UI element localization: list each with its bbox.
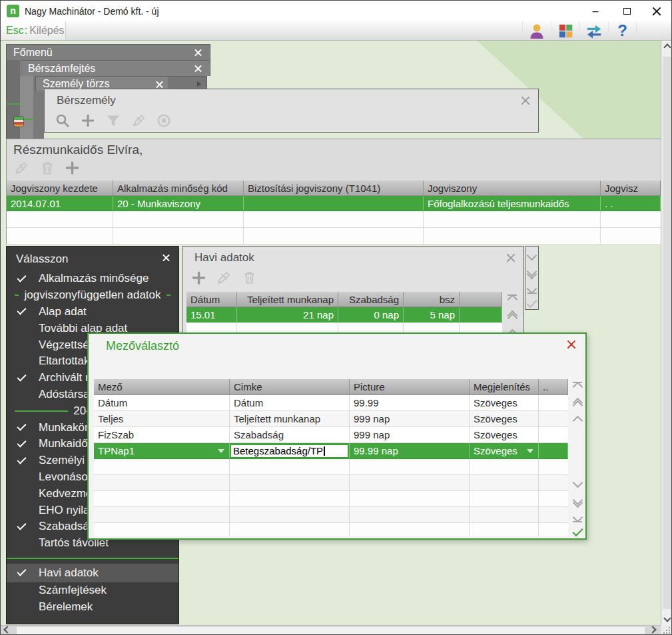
column-header[interactable]: Jogvisz (601, 181, 661, 195)
exit-button[interactable]: Esc:Kilépés (1, 21, 66, 40)
table-cell[interactable]: Szöveges (470, 427, 539, 442)
table-cell[interactable]: 99.99 (350, 395, 470, 410)
valasszon-item[interactable]: Havi adatok (7, 564, 178, 582)
column-header[interactable]: bsz (404, 292, 460, 307)
table-cell[interactable]: Szöveges (470, 395, 539, 410)
table-cell[interactable] (539, 427, 568, 442)
column-header[interactable]: Megjelenítés (470, 379, 539, 394)
table-cell[interactable]: Szöveges (470, 411, 539, 426)
vertical-scrollbar[interactable] (661, 41, 672, 625)
table-cell[interactable]: Betegszabadság/TP (230, 443, 350, 458)
table-cell[interactable]: Szöveges (470, 443, 539, 458)
scroll-top-icon[interactable] (504, 295, 521, 303)
add-icon[interactable] (190, 269, 207, 286)
table-cell[interactable]: 0 nap (338, 307, 404, 322)
table-cell[interactable]: 21 nap (237, 307, 338, 322)
column-header[interactable]: Teljeített munkanap (237, 292, 338, 307)
table-cell[interactable]: 20 - Munkaviszony (113, 196, 244, 211)
valasszon-item[interactable]: Számfejtések (7, 582, 178, 599)
table-row[interactable]: 15.0121 nap0 nap5 nap (186, 307, 502, 322)
horizontal-scrollbar[interactable] (1, 625, 661, 635)
table-row[interactable]: TPNap1Betegszabadság/TP99.99 napSzöveges (94, 443, 568, 459)
scroll-left-arrow[interactable] (5, 627, 10, 632)
table-cell[interactable] (244, 196, 424, 211)
dropdown-arrow-icon[interactable] (527, 449, 533, 453)
table-cell[interactable]: Főfoglalkozású teljesmunkaidős (424, 196, 601, 211)
column-header[interactable]: Cimke (230, 379, 350, 394)
delete-icon[interactable] (39, 159, 55, 176)
close-icon[interactable] (521, 96, 530, 105)
table-cell[interactable]: Dátum (94, 395, 230, 410)
table-cell[interactable]: . . (601, 196, 661, 211)
column-header[interactable]: Jogviszony kezdete (7, 181, 113, 195)
column-header[interactable] (460, 292, 502, 307)
table-cell[interactable]: 999 nap (350, 427, 470, 442)
scroll-page-down-icon[interactable] (569, 496, 585, 506)
delete-icon[interactable] (241, 269, 258, 286)
maximize-button[interactable] (611, 1, 642, 21)
table-cell[interactable]: 99.99 nap (350, 443, 470, 458)
close-icon[interactable] (506, 253, 515, 263)
help-button[interactable]: ? (608, 21, 637, 40)
scroll-down-arrow[interactable] (661, 616, 672, 621)
scroll-page-down-icon[interactable] (525, 268, 538, 278)
horizontal-scrollbar-thumb[interactable] (17, 627, 645, 635)
scroll-right-arrow[interactable] (650, 627, 655, 632)
search-icon[interactable] (54, 112, 71, 129)
close-icon[interactable] (163, 254, 170, 261)
close-icon[interactable] (156, 81, 163, 88)
add-icon[interactable] (79, 112, 96, 129)
scroll-up-arrow[interactable] (661, 45, 672, 50)
edit-icon[interactable] (130, 112, 147, 129)
table-row[interactable]: DátumDátum99.99Szöveges (94, 395, 568, 411)
table-cell[interactable]: Szabadság (230, 427, 350, 442)
resize-grip[interactable] (661, 625, 672, 635)
scroll-down-icon[interactable] (569, 479, 585, 486)
scroll-bottom-icon[interactable] (569, 514, 585, 522)
dropdown-arrow-icon[interactable] (218, 449, 224, 453)
vertical-scrollbar-thumb[interactable] (663, 57, 671, 609)
table-cell[interactable]: 5 nap (404, 307, 460, 322)
table-cell[interactable]: 15.01 (186, 307, 237, 322)
transfer-button[interactable] (579, 21, 608, 40)
close-icon[interactable] (194, 49, 202, 56)
table-cell[interactable]: Teljeített munkanap (230, 411, 350, 426)
expand-arrow-icon[interactable] (197, 81, 201, 87)
valasszon-item[interactable]: Alap adat (7, 304, 178, 320)
table-cell[interactable] (539, 395, 568, 410)
table-cell[interactable]: Teljes (94, 411, 230, 426)
valasszon-item[interactable]: Bérelemek (7, 598, 178, 615)
window-fomenu[interactable]: Főmenü (6, 44, 210, 60)
scroll-page-up-icon[interactable] (569, 399, 585, 409)
confirm-icon[interactable] (569, 528, 585, 534)
confirm-icon-disabled[interactable] (525, 300, 538, 305)
scroll-down-icon[interactable] (525, 252, 538, 259)
modules-button[interactable] (551, 21, 579, 40)
window-berszamfejtes[interactable]: Bérszámfejtés (21, 60, 210, 76)
close-button[interactable] (641, 1, 672, 21)
table-row[interactable]: TeljesTeljeített munkanap999 napSzöveges (94, 411, 568, 427)
scroll-top-icon[interactable] (569, 382, 585, 390)
table-cell[interactable] (539, 443, 568, 458)
column-header[interactable]: Picture (350, 379, 470, 394)
column-header[interactable]: Szabadság (338, 292, 404, 307)
column-header[interactable]: Mező (94, 379, 230, 394)
table-row[interactable]: FizSzabSzabadság999 napSzöveges (94, 427, 568, 443)
scroll-page-up-icon[interactable] (504, 312, 521, 322)
table-cell[interactable]: 2014.07.01 (7, 196, 113, 211)
filter-icon[interactable] (105, 112, 121, 129)
edit-icon[interactable] (13, 159, 30, 176)
scroll-bottom-icon[interactable] (525, 285, 538, 294)
close-icon[interactable] (194, 65, 202, 72)
column-header[interactable]: .. (539, 379, 568, 394)
table-cell[interactable]: TPNap1 (94, 443, 230, 458)
table-cell[interactable]: FizSzab (94, 427, 230, 442)
table-cell[interactable]: 999 nap (350, 411, 470, 426)
column-header[interactable]: Jogviszony (424, 181, 601, 195)
view-icon[interactable] (155, 112, 172, 129)
scroll-up-icon[interactable] (569, 417, 585, 424)
table-row[interactable]: 2014.07.0120 - MunkaviszonyFőfoglalkozás… (7, 196, 661, 211)
column-header[interactable]: Dátum (186, 292, 237, 307)
close-icon[interactable] (567, 340, 576, 349)
column-header[interactable]: Biztosítási jogviszony (T1041) (244, 181, 424, 195)
